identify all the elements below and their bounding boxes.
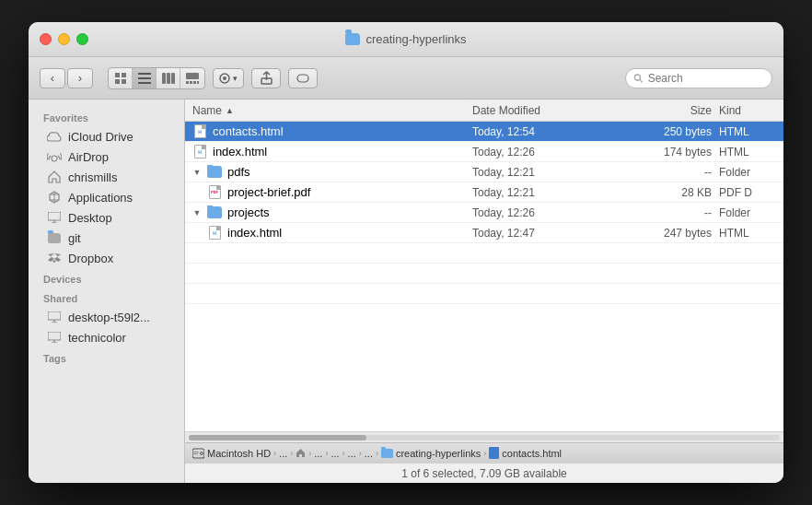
svg-rect-12 — [190, 81, 192, 84]
home-icon — [47, 170, 62, 184]
table-row[interactable]: H index.html Today, 12:47 247 bytes HTML — [185, 223, 783, 243]
breadcrumb-bar: Macintosh HD › ... › › ... › ... › ... ›… — [185, 442, 783, 463]
arrange-button[interactable]: ▾ — [213, 68, 244, 88]
sidebar-item-git[interactable]: git — [32, 228, 180, 248]
sidebar-item-airdrop[interactable]: AirDrop — [32, 147, 180, 167]
back-button[interactable]: ‹ — [40, 68, 65, 88]
file-kind: HTML — [712, 125, 776, 138]
html-file-icon: H — [192, 145, 207, 159]
svg-rect-18 — [297, 75, 308, 82]
svg-rect-37 — [193, 453, 198, 454]
folder-icon — [47, 230, 62, 245]
svg-point-16 — [223, 76, 226, 80]
svg-rect-36 — [193, 452, 199, 452]
view-buttons — [108, 67, 205, 89]
sidebar-item-label: technicolor — [68, 331, 126, 345]
shared-header: Shared — [29, 288, 184, 307]
column-header-name[interactable]: Name ▲ — [192, 104, 472, 117]
breadcrumb-item-contacts-html[interactable]: contacts.html — [489, 447, 562, 459]
file-kind: PDF D — [712, 186, 776, 199]
network-icon-2 — [47, 330, 62, 345]
table-row[interactable]: H index.html Today, 12:26 174 bytes HTML — [185, 142, 783, 162]
svg-rect-25 — [48, 212, 61, 220]
close-button[interactable] — [40, 33, 52, 45]
column-header-kind[interactable]: Kind — [712, 104, 776, 117]
sidebar-item-technicolor[interactable]: technicolor — [32, 327, 180, 347]
sidebar-item-label: git — [68, 231, 81, 245]
sidebar-item-desktop-t59l2[interactable]: desktop-t59l2... — [32, 307, 180, 327]
file-size: 28 KB — [629, 186, 712, 199]
column-header-size[interactable]: Size — [629, 104, 712, 117]
sidebar-item-applications[interactable]: Applications — [32, 187, 180, 207]
file-name-cell: H index.html — [207, 226, 472, 241]
file-list-header: Name ▲ Date Modified Size Kind — [185, 100, 783, 122]
svg-rect-4 — [138, 73, 151, 75]
file-name-cell: ▼ projects — [192, 206, 472, 220]
svg-rect-11 — [186, 81, 189, 84]
file-name-cell: H index.html — [192, 145, 472, 159]
search-input[interactable] — [648, 72, 764, 85]
minimize-button[interactable] — [58, 33, 70, 45]
dropbox-icon — [47, 251, 62, 265]
column-header-modified[interactable]: Date Modified — [472, 104, 629, 117]
search-icon — [633, 73, 644, 84]
sidebar-item-chrismills[interactable]: chrismills — [32, 167, 180, 187]
svg-point-35 — [201, 452, 203, 454]
disclosure-triangle[interactable]: ▼ — [192, 208, 202, 217]
maximize-button[interactable] — [76, 33, 88, 45]
breadcrumb-item-home[interactable] — [296, 448, 306, 458]
airdrop-icon — [47, 149, 62, 164]
table-row[interactable]: ▼ projects Today, 12:26 -- Folder — [185, 203, 783, 223]
network-icon — [47, 310, 62, 324]
table-row[interactable]: H contacts.html Today, 12:54 250 bytes H… — [185, 122, 783, 142]
file-size: -- — [629, 166, 712, 179]
tag-button[interactable] — [288, 68, 318, 88]
sidebar-item-dropbox[interactable]: Dropbox — [32, 248, 180, 268]
file-size: 250 bytes — [629, 125, 712, 138]
svg-rect-10 — [186, 73, 199, 79]
status-text: 1 of 6 selected, 7.09 GB available — [401, 467, 566, 480]
svg-line-20 — [640, 79, 643, 82]
html-file-icon: H — [207, 226, 222, 241]
file-kind: Folder — [712, 166, 776, 179]
file-size: 247 bytes — [629, 227, 712, 240]
disclosure-triangle[interactable]: ▼ — [192, 168, 202, 177]
search-box[interactable] — [625, 68, 772, 88]
file-date: Today, 12:21 — [472, 166, 629, 179]
svg-point-21 — [52, 156, 57, 161]
action-button[interactable] — [251, 68, 281, 88]
list-view-button[interactable] — [133, 68, 157, 88]
svg-rect-1 — [122, 73, 126, 77]
sidebar-item-desktop[interactable]: Desktop — [32, 207, 180, 228]
traffic-lights — [40, 33, 88, 45]
breadcrumb-item-creating-hyperlinks[interactable]: creating-hyperlinks — [381, 448, 481, 459]
svg-rect-31 — [48, 332, 61, 340]
breadcrumb-item-hd[interactable]: Macintosh HD — [192, 448, 271, 459]
sidebar-item-label: Dropbox — [68, 252, 113, 265]
scrollbar-track[interactable] — [189, 435, 780, 440]
table-row[interactable]: PDF project-brief.pdf Today, 12:21 28 KB… — [185, 182, 783, 203]
tags-header: Tags — [29, 347, 184, 367]
sidebar-item-label: iCloud Drive — [68, 130, 133, 144]
svg-point-19 — [634, 74, 640, 79]
devices-header: Devices — [29, 268, 184, 288]
empty-row — [185, 243, 783, 264]
icon-view-button[interactable] — [109, 68, 133, 88]
window-title: creating-hyperlinks — [345, 32, 466, 46]
table-row[interactable]: ▼ pdfs Today, 12:21 -- Folder — [185, 162, 783, 182]
cover-flow-button[interactable] — [180, 68, 204, 88]
applications-icon — [47, 190, 62, 205]
file-date: Today, 12:54 — [472, 125, 629, 138]
sidebar-item-icloud-drive[interactable]: iCloud Drive — [32, 126, 180, 147]
status-bar: 1 of 6 selected, 7.09 GB available — [185, 463, 783, 483]
column-view-button[interactable] — [157, 68, 180, 88]
file-name-cell: PDF project-brief.pdf — [207, 185, 472, 200]
sidebar-item-label: AirDrop — [68, 150, 109, 164]
forward-button[interactable]: › — [67, 68, 93, 88]
file-kind: HTML — [712, 146, 776, 159]
desktop-icon — [47, 210, 62, 225]
folder-icon — [207, 206, 222, 220]
file-list: H contacts.html Today, 12:54 250 bytes H… — [185, 122, 783, 431]
title-folder-icon — [345, 33, 360, 45]
scrollbar-area — [185, 431, 783, 442]
